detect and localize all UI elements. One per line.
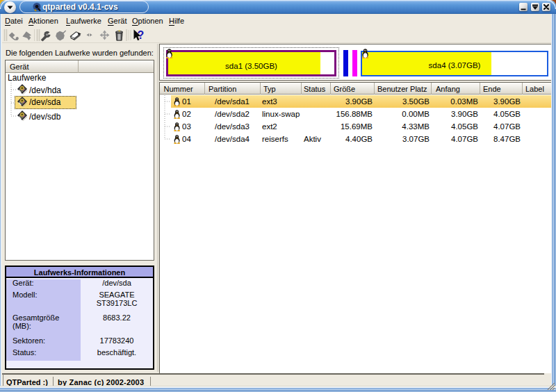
svg-text:?: ? bbox=[138, 29, 145, 41]
